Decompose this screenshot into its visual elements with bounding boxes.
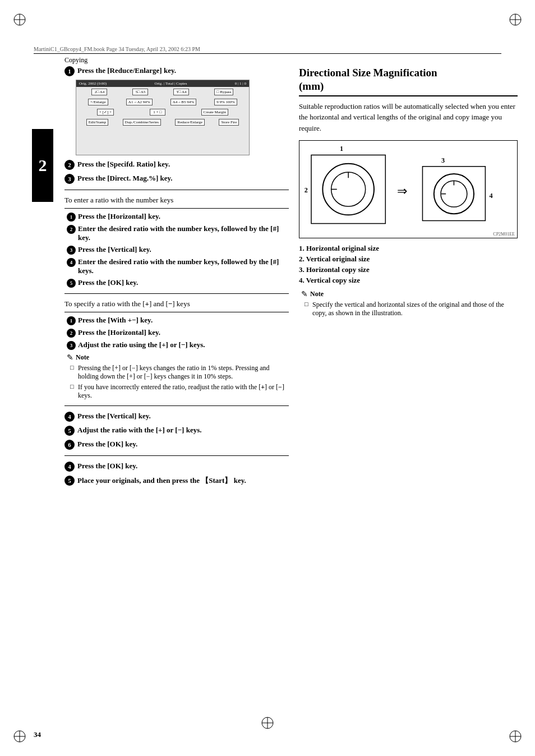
machine-cell-reduce: Reduce/Enlarge [175,119,205,126]
step-1-text: Press the [Reduce/Enlarge] key. [77,66,289,75]
pm-note-title: ✎ Note [67,353,289,362]
svg-text:1: 1 [340,145,343,153]
svg-text:3: 3 [441,156,445,164]
corner-mark-bl [11,728,28,745]
divider-2 [64,208,289,209]
pm-step-5-text: Adjust the ratio with the [+] or [−] key… [77,426,289,435]
nk-step-3-text: Press the [Vertical] key. [78,245,151,255]
right-pencil-icon: ✎ [301,289,308,299]
section-number-badge: 2 [32,129,53,202]
corner-mark-tl [11,11,28,28]
right-note-item-1: □ Specify the vertical and horizontal si… [301,301,518,317]
step-1: 1 Press the [Reduce/Enlarge] key. [64,66,289,76]
list-item-2: 2. Vertical original size [299,255,518,264]
nk-step-3-marker: 3 [67,246,76,255]
svg-point-23 [434,174,474,214]
bottom-crosshair [259,714,276,734]
svg-text:4: 4 [490,192,493,200]
number-keys-heading: To enter a ratio with the number keys [64,196,289,205]
machine-row-3: + [✓] + 1 + □ Create Margin [76,107,249,117]
svg-text:⇒: ⇒ [397,184,407,198]
machine-cell-create: Create Margin [201,109,229,116]
pm-note-bullet-1: □ [70,364,78,381]
final-step-5-marker: 5 [64,476,75,486]
pm-step-4-marker: 4 [64,412,75,422]
pm-step-1-text: Press the [With +−] key. [78,316,153,325]
step-1-marker: 1 [64,66,75,76]
pm-note-bullet-2: □ [70,383,78,400]
right-column: Directional Size Magnification (mm) Suit… [299,66,518,321]
step-3: 3 Press the [Direct. Mag.%] key. [64,174,289,184]
right-heading-line1: Directional Size Magnification [299,67,437,79]
machine-cell-a5: 5□ A5 [132,89,148,95]
divider-1 [64,190,289,190]
step-2-marker: 2 [64,160,75,170]
right-body-text: Suitable reproduction ratios will be aut… [299,101,518,134]
divider-5 [64,405,289,406]
step-2-text: Press the [Specifd. Ratio] key. [77,160,289,169]
step-2: 2 Press the [Specifd. Ratio] key. [64,160,289,170]
pm-step-3-text: Adjust the ratio using the [+] or [−] ke… [78,340,205,350]
svg-rect-20 [422,167,485,221]
final-step-4-text: Press the [OK] key. [77,462,289,471]
nk-step-5-text: Press the [OK] key. [78,278,138,288]
pm-step-1: 1 Press the [With +−] key. [64,316,289,325]
right-note-bullet-1: □ [305,301,312,317]
divider-4 [64,312,289,312]
nk-step-2-text: Enter the desired ratio with the number … [78,224,289,242]
machine-header: Orig. 2002 (0:00) Orig. | Total | Copies… [76,80,249,87]
step-3-text: Press the [Direct. Mag.%] key. [77,174,289,183]
pm-step-5: 5 Adjust the ratio with the [+] or [−] k… [64,426,289,436]
svg-point-15 [322,164,374,215]
pm-step-3-marker: 3 [67,341,76,350]
nk-step-5-marker: 5 [67,279,76,288]
machine-cell-dupcombine: Dup./Combine/Series [123,119,161,126]
diagram-code: CP2M01EE [493,232,515,237]
pm-step-2: 2 Press the [Horizontal] key. [64,328,289,338]
pm-step-6: 6 Press the [OK] key. [64,440,289,450]
pm-step-4-text: Press the [Vertical] key. [77,412,289,421]
right-heading: Directional Size Magnification (mm) [299,66,518,96]
machine-cell-ratio2: A4→B5 94% [170,99,196,105]
diagram-svg: 1 2 ⇒ 3 4 [299,141,517,238]
pm-step-3: 3 Adjust the ratio using the [+] or [−] … [64,340,289,350]
page-number: 34 [34,730,41,739]
nk-step-1: 1 Press the [Horizontal] key. [64,212,289,222]
machine-cell-storefire: Store Fire [219,119,239,126]
nk-step-2-marker: 2 [67,225,76,234]
nk-step-4: 4 Enter the desired ratio with the numbe… [64,257,289,275]
nk-step-4-marker: 4 [67,258,76,267]
machine-cell-ratio1: A1→A2 94% [126,99,153,105]
right-heading-line2: (mm) [299,80,324,92]
list-item-1: 1. Horizontal original size [299,244,518,253]
divider-3 [64,293,289,294]
right-note-section: ✎ Note □ Specify the vertical and horizo… [299,289,518,317]
pm-note-item-1: □ Pressing the [+] or [−] keys changes t… [67,364,289,381]
final-step-5: 5 Place your originals, and then press t… [64,476,289,486]
right-note-title: ✎ Note [301,289,518,299]
nk-step-3: 3 Press the [Vertical] key. [64,245,289,255]
nk-step-1-marker: 1 [67,213,76,222]
nk-step-5: 5 Press the [OK] key. [64,278,289,288]
section-label: Copying [64,56,87,64]
pm-note-text-2: If you have incorrectly entered the rati… [78,383,289,400]
pm-step-4: 4 Press the [Vertical] key. [64,412,289,422]
right-note-label: Note [310,290,324,298]
pm-step-6-text: Press the [OK] key. [77,440,289,449]
machine-row-4: Edit/Stamp Dup./Combine/Series Reduce/En… [76,117,249,127]
pencil-icon: ✎ [67,353,73,362]
machine-cell-editstamp: Edit/Stamp [86,119,109,126]
machine-cell-a4-t: T□ A4 [173,89,189,95]
machine-cell-a4-2: 2□ A4 [91,89,107,95]
list-item-4: 4. Vertical copy size [299,276,518,285]
final-step-4: 4 Press the [OK] key. [64,462,289,472]
final-step-4-marker: 4 [64,462,75,472]
right-note-text-1: Specify the vertical and horizontal size… [312,301,518,317]
nk-step-1-text: Press the [Horizontal] key. [78,212,160,222]
machine-cell-misc1: + [✓] + [97,109,114,116]
svg-text:2: 2 [305,186,308,194]
pm-step-1-marker: 1 [67,316,76,325]
pm-step-6-marker: 6 [64,440,75,450]
plus-minus-section: To specify a ratio with the [+] and [−] … [64,299,289,450]
final-step-5-text: Place your originals, and then press the… [77,476,289,486]
